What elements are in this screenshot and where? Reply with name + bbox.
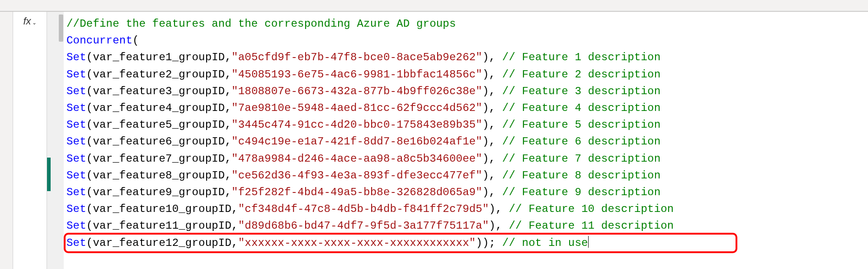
- variable-name: var_feature2_groupID: [93, 68, 225, 81]
- keyword-set: Set: [66, 68, 86, 81]
- variable-name: var_feature5_groupID: [93, 119, 225, 131]
- variable-name: var_feature1_groupID: [93, 51, 225, 63]
- fx-label-text: fx: [23, 15, 31, 27]
- code-line: Set(var_feature2_groupID,"45085193-6e75-…: [66, 66, 865, 83]
- close-all: ));: [476, 237, 502, 249]
- paren: (: [86, 203, 93, 215]
- scroll-thumb[interactable]: [59, 14, 63, 42]
- paren: (: [132, 34, 139, 47]
- paren: (: [86, 85, 93, 97]
- keyword-set: Set: [66, 102, 86, 114]
- variable-name: var_feature3_groupID: [93, 85, 225, 97]
- comment: // Feature 4 description: [502, 102, 660, 114]
- paren: (: [86, 220, 93, 232]
- comma: ,: [225, 169, 231, 182]
- variable-name: var_feature10_groupID: [93, 203, 231, 215]
- keyword-set: Set: [66, 169, 86, 182]
- code-line: Set(var_feature11_groupID,"d89d68b6-bd47…: [66, 217, 865, 234]
- string-literal: "3445c474-91cc-4d20-bbc0-175843e89b35": [231, 119, 482, 131]
- paren: (: [86, 68, 93, 81]
- text-cursor: [588, 236, 589, 248]
- comma: ,: [225, 85, 231, 97]
- comment: // Feature 9 description: [502, 186, 660, 198]
- string-literal: "cf348d4f-47c8-4d5b-b4db-f841ff2c79d5": [238, 203, 489, 215]
- paren: (: [86, 102, 93, 114]
- comma: ,: [225, 135, 231, 148]
- comment: // Feature 1 description: [502, 51, 660, 63]
- code-line: //Define the features and the correspond…: [66, 15, 865, 32]
- comment: // Feature 11 description: [509, 220, 674, 232]
- string-literal: "ce562d36-4f93-4e3a-893f-dfe3ecc477ef": [231, 169, 482, 182]
- comma: ,: [231, 203, 238, 215]
- close-paren: ),: [482, 119, 502, 131]
- string-literal: "478a9984-d246-4ace-aa98-a8c5b34600ee": [231, 153, 482, 165]
- close-paren: ),: [482, 85, 502, 97]
- keyword-set: Set: [66, 186, 86, 198]
- variable-name: var_feature9_groupID: [93, 186, 225, 198]
- comma: ,: [231, 237, 238, 249]
- close-paren: ),: [482, 135, 502, 148]
- comma: ,: [225, 51, 231, 63]
- keyword-set: Set: [66, 51, 86, 63]
- paren: (: [86, 169, 93, 182]
- left-margin: [0, 12, 13, 269]
- code-line: Set(var_feature10_groupID,"cf348d4f-47c8…: [66, 201, 865, 217]
- variable-name: var_feature4_groupID: [93, 102, 225, 114]
- keyword-set: Set: [66, 203, 86, 215]
- code-line: Set(var_feature1_groupID,"a05cfd9f-eb7b-…: [66, 49, 865, 66]
- string-literal: "a05cfd9f-eb7b-47f8-bce0-8ace5ab9e262": [231, 51, 482, 63]
- formula-bar-row: fx ⌄ //Define the features and the corre…: [0, 11, 868, 269]
- string-literal: "f25f282f-4bd4-49a5-bb8e-326828d065a9": [231, 186, 482, 198]
- scroll-track[interactable]: [58, 12, 64, 269]
- paren: (: [86, 237, 93, 249]
- chevron-down-icon: ⌄: [32, 19, 37, 26]
- code-line: Set(var_feature12_groupID,"xxxxxx-xxxx-x…: [66, 235, 865, 251]
- comment: // Feature 5 description: [502, 119, 660, 131]
- code-line: Set(var_feature3_groupID,"1808807e-6673-…: [66, 83, 865, 100]
- ribbon-placeholder: [0, 0, 868, 11]
- fx-button[interactable]: fx ⌄: [13, 12, 47, 269]
- code-line: Set(var_feature8_groupID,"ce562d36-4f93-…: [66, 167, 865, 184]
- paren: (: [86, 119, 93, 131]
- code-line: Set(var_feature9_groupID,"f25f282f-4bd4-…: [66, 184, 865, 201]
- close-paren: ),: [482, 102, 502, 114]
- comment: // Feature 3 description: [502, 85, 660, 97]
- string-literal: "xxxxxx-xxxx-xxxx-xxxx-xxxxxxxxxxxx": [238, 237, 476, 249]
- string-literal: "d89d68b6-bd47-4df7-9f5d-3a177f75117a": [238, 220, 489, 232]
- string-literal: "c494c19e-e1a7-421f-8dd7-8e16b024af1e": [231, 135, 482, 148]
- comment: //Define the features and the correspond…: [66, 18, 456, 30]
- comment: // Feature 2 description: [502, 68, 660, 81]
- change-marker: [47, 158, 51, 191]
- variable-name: var_feature12_groupID: [93, 237, 231, 249]
- comma: ,: [225, 153, 231, 165]
- keyword-set: Set: [66, 119, 86, 131]
- keyword-set: Set: [66, 237, 86, 249]
- code-line: Set(var_feature4_groupID,"7ae9810e-5948-…: [66, 100, 865, 116]
- close-paren: ),: [482, 68, 502, 81]
- paren: (: [86, 135, 93, 148]
- keyword-set: Set: [66, 153, 86, 165]
- variable-name: var_feature8_groupID: [93, 169, 225, 182]
- close-paren: ),: [482, 153, 502, 165]
- variable-name: var_feature11_groupID: [93, 220, 231, 232]
- close-paren: ),: [489, 220, 509, 232]
- comment: // Feature 7 description: [502, 153, 660, 165]
- formula-editor[interactable]: //Define the features and the correspond…: [64, 12, 868, 269]
- code-gutter: [47, 12, 64, 269]
- comma: ,: [225, 186, 231, 198]
- close-paren: ),: [482, 51, 502, 63]
- close-paren: ),: [482, 186, 502, 198]
- variable-name: var_feature7_groupID: [93, 153, 225, 165]
- code-line: Set(var_feature5_groupID,"3445c474-91cc-…: [66, 116, 865, 133]
- code-line: Set(var_feature6_groupID,"c494c19e-e1a7-…: [66, 133, 865, 150]
- keyword-set: Set: [66, 220, 86, 232]
- comma: ,: [225, 68, 231, 81]
- comment: // Feature 8 description: [502, 169, 660, 182]
- variable-name: var_feature6_groupID: [93, 135, 225, 148]
- close-paren: ),: [482, 169, 502, 182]
- comment: // Feature 10 description: [509, 203, 674, 215]
- string-literal: "7ae9810e-5948-4aed-81cc-62f9ccc4d562": [231, 102, 482, 114]
- comma: ,: [225, 102, 231, 114]
- keyword-concurrent: Concurrent: [66, 34, 132, 47]
- string-literal: "1808807e-6673-432a-877b-4b9ff026c38e": [231, 85, 482, 97]
